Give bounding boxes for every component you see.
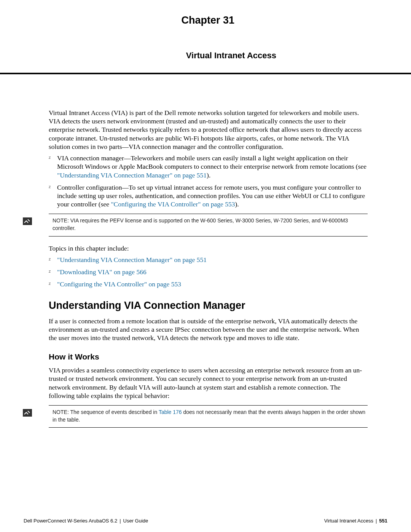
intro-paragraph: Virtual Intranet Access (VIA) is part of… xyxy=(49,109,368,151)
note-icon xyxy=(23,217,32,225)
note-divider xyxy=(49,236,368,236)
understanding-paragraph: If a user is connected from a remote loc… xyxy=(49,317,368,342)
note-callout: NOTE: VIA requires the PEFV license and … xyxy=(49,214,368,236)
link-understanding-via[interactable]: "Understanding VIA Connection Manager" o… xyxy=(57,171,207,179)
note-text: NOTE: VIA requires the PEFV license and … xyxy=(49,214,368,236)
bullet-text-post: ). xyxy=(207,171,210,179)
heading-how-it-works: How it Works xyxy=(49,352,368,362)
topic-link-downloading[interactable]: "Downloading VIA" on page 566 xyxy=(57,268,147,276)
topic-link-understanding[interactable]: "Understanding VIA Connection Manager" o… xyxy=(57,256,207,264)
footer-right: Virtual Intranet Access|551 xyxy=(324,518,387,524)
link-configuring-via[interactable]: "Configuring the VIA Controller" on page… xyxy=(111,200,235,208)
page-footer: Dell PowerConnect W-Series ArubaOS 6.2|U… xyxy=(0,518,411,524)
footer-section: Virtual Intranet Access xyxy=(324,518,373,524)
list-item: "Understanding VIA Connection Manager" o… xyxy=(49,256,368,264)
footer-separator: | xyxy=(376,518,377,524)
topic-link-configuring[interactable]: "Configuring the VIA Controller" on page… xyxy=(57,280,181,288)
list-item: VIA connection manager—Teleworkers and m… xyxy=(49,154,368,179)
heading-understanding: Understanding VIA Connection Manager xyxy=(49,299,368,312)
footer-doc-type: User Guide xyxy=(123,518,148,524)
page-number: 551 xyxy=(379,518,387,524)
chapter-title: Chapter 31 xyxy=(43,14,368,26)
footer-product: Dell PowerConnect W-Series ArubaOS 6.2 xyxy=(24,518,117,524)
bullet-text-post: ). xyxy=(235,200,239,208)
bullet-text: VIA connection manager—Teleworkers and m… xyxy=(57,154,366,170)
list-item: Controller configuration—To set up virtu… xyxy=(49,183,368,209)
chapter-subtitle: Virtual Intranet Access xyxy=(43,51,368,61)
note-callout: NOTE: The sequence of events described i… xyxy=(49,405,368,428)
note-icon xyxy=(23,409,32,417)
svg-rect-0 xyxy=(23,217,32,225)
note-divider xyxy=(49,427,368,428)
svg-rect-1 xyxy=(23,409,32,417)
footer-left: Dell PowerConnect W-Series ArubaOS 6.2|U… xyxy=(24,518,148,524)
topics-intro: Topics in this chapter include: xyxy=(49,244,368,252)
note-pre: NOTE: The sequence of events described i… xyxy=(53,409,159,415)
how-it-works-paragraph: VIA provides a seamless connectivity exp… xyxy=(49,366,368,400)
list-item: "Configuring the VIA Controller" on page… xyxy=(49,280,368,288)
note-text: NOTE: The sequence of events described i… xyxy=(49,406,368,427)
chapter-divider xyxy=(0,73,411,74)
footer-separator: | xyxy=(119,518,121,524)
link-table-176[interactable]: Table 176 xyxy=(159,409,182,415)
list-item: "Downloading VIA" on page 566 xyxy=(49,268,368,276)
